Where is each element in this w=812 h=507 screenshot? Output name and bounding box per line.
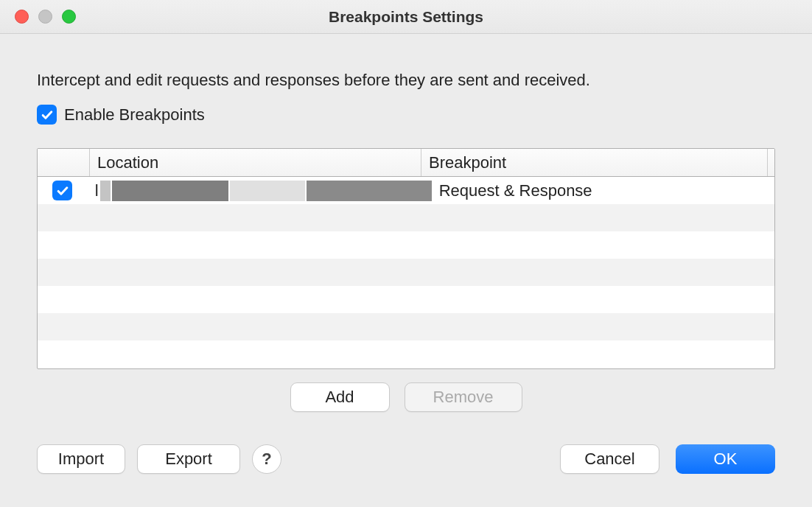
export-button[interactable]: Export [137, 444, 240, 474]
add-button[interactable]: Add [290, 382, 390, 412]
redacted-segment [112, 181, 228, 201]
redacted-segment [100, 181, 111, 201]
table-row-empty [38, 204, 774, 231]
traffic-lights [15, 10, 76, 24]
enable-breakpoints-checkbox[interactable] [37, 105, 57, 125]
checkmark-icon [55, 183, 70, 198]
footer-row: Import Export ? Cancel OK [37, 444, 775, 481]
cancel-button[interactable]: Cancel [560, 444, 659, 474]
footer-right: Cancel OK [560, 444, 775, 474]
column-header-breakpoint[interactable]: Breakpoint [421, 149, 767, 176]
column-header-tail [767, 149, 774, 176]
window-title: Breakpoints Settings [329, 8, 483, 26]
import-button[interactable]: Import [37, 444, 125, 474]
checkmark-icon [40, 108, 55, 122]
row-location-text: l [95, 181, 99, 200]
help-button[interactable]: ? [252, 444, 281, 474]
table-body: l Request & Response [38, 177, 774, 368]
minimize-window-button [38, 10, 52, 24]
row-location-cell: l [88, 181, 432, 201]
footer-left: Import Export ? [37, 444, 281, 474]
maximize-window-button[interactable] [62, 10, 76, 24]
table-row-empty [38, 313, 774, 340]
enable-breakpoints-label: Enable Breakpoints [64, 105, 205, 125]
settings-window: Breakpoints Settings Intercept and edit … [0, 0, 812, 507]
table-row-empty [38, 286, 774, 313]
ok-button[interactable]: OK [676, 444, 775, 474]
content-area: Intercept and edit requests and response… [0, 34, 812, 507]
table-row[interactable]: l Request & Response [38, 177, 774, 204]
close-window-button[interactable] [15, 10, 29, 24]
table-row-empty [38, 340, 774, 368]
table-header: Location Breakpoint [38, 149, 774, 177]
redacted-segment [307, 181, 432, 201]
redacted-segment [230, 181, 305, 201]
titlebar: Breakpoints Settings [0, 0, 812, 34]
breakpoints-table: Location Breakpoint l [37, 148, 775, 369]
table-row-empty [38, 231, 774, 259]
enable-breakpoints-row: Enable Breakpoints [37, 105, 775, 125]
row-breakpoint-cell: Request & Response [432, 181, 774, 200]
add-remove-row: Add Remove [37, 382, 775, 412]
description-text: Intercept and edit requests and response… [37, 71, 775, 90]
row-enabled-cell [38, 181, 88, 200]
table-row-empty [38, 259, 774, 286]
remove-button: Remove [405, 382, 522, 412]
column-header-location[interactable]: Location [89, 149, 421, 176]
row-enabled-checkbox[interactable] [52, 181, 72, 200]
